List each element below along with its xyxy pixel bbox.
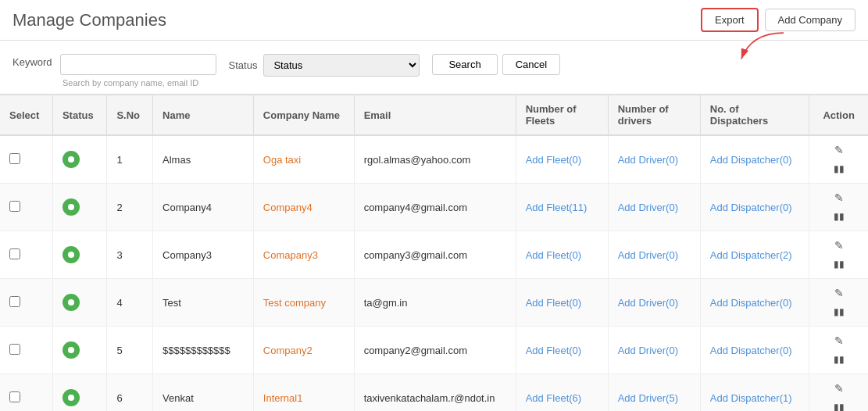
add-fleet-link[interactable]: Add Fleet(0) bbox=[526, 345, 582, 356]
company-name-link[interactable]: Test company bbox=[263, 297, 326, 309]
action-icons: ✎ ▮▮ bbox=[819, 190, 859, 224]
row-fleets-cell: Add Fleet(0) bbox=[516, 279, 608, 327]
add-driver-link[interactable]: Add Driver(0) bbox=[618, 154, 678, 166]
search-bar: Keyword Search by company name, email ID… bbox=[0, 41, 868, 95]
row-checkbox[interactable] bbox=[9, 153, 20, 164]
manage-icon[interactable]: ▮▮ bbox=[831, 161, 847, 177]
row-fleets-cell: Add Fleet(0) bbox=[516, 135, 608, 184]
add-driver-link[interactable]: Add Driver(0) bbox=[618, 202, 678, 213]
add-driver-link[interactable]: Add Driver(0) bbox=[618, 297, 678, 309]
row-drivers-cell: Add Driver(5) bbox=[608, 374, 700, 412]
add-dispatcher-link[interactable]: Add Dispatcher(0) bbox=[710, 345, 792, 356]
keyword-group: Keyword Search by company name, email ID bbox=[13, 52, 216, 88]
row-action-cell: ✎ ▮▮ bbox=[809, 279, 868, 327]
status-select[interactable]: Status Active Inactive bbox=[263, 54, 420, 77]
row-name-cell: Almas bbox=[153, 135, 254, 184]
row-action-cell: ✎ ▮▮ bbox=[809, 135, 868, 184]
company-name-link[interactable]: Internal1 bbox=[263, 392, 303, 404]
row-select-cell bbox=[0, 374, 52, 412]
add-dispatcher-link[interactable]: Add Dispatcher(0) bbox=[710, 154, 792, 166]
search-button[interactable]: Search bbox=[432, 54, 497, 75]
company-name-link[interactable]: Comapany3 bbox=[263, 249, 318, 261]
row-email-cell: company2@gmail.com bbox=[354, 327, 516, 374]
edit-icon[interactable]: ✎ bbox=[831, 285, 847, 301]
table-header-row: Select Status S.No Name Company Name Ema… bbox=[0, 95, 868, 136]
add-dispatcher-link[interactable]: Add Dispatcher(1) bbox=[710, 392, 792, 404]
edit-icon[interactable]: ✎ bbox=[831, 190, 847, 206]
add-fleet-link[interactable]: Add Fleet(0) bbox=[526, 297, 582, 309]
companies-table-container: Select Status S.No Name Company Name Ema… bbox=[0, 95, 868, 411]
status-label: Status bbox=[229, 59, 258, 71]
cancel-button[interactable]: Cancel bbox=[502, 54, 560, 75]
add-company-button[interactable]: Add Company bbox=[765, 9, 855, 31]
row-checkbox[interactable] bbox=[9, 201, 20, 212]
table-row: 6 Venkat Internal1 taxivenkatachalam.r@n… bbox=[0, 374, 868, 412]
add-fleet-link[interactable]: Add Fleet(6) bbox=[526, 392, 582, 404]
col-header-dispatchers: No. of Dispatchers bbox=[700, 95, 809, 136]
row-dispatchers-cell: Add Dispatcher(0) bbox=[700, 279, 809, 327]
add-driver-link[interactable]: Add Driver(5) bbox=[618, 392, 678, 404]
row-company-name-cell: Test company bbox=[253, 279, 354, 327]
row-checkbox[interactable] bbox=[9, 344, 20, 355]
action-icons: ✎ ▮▮ bbox=[819, 285, 859, 320]
company-name-link[interactable]: Oga taxi bbox=[263, 154, 301, 166]
page-title: Manage Companies bbox=[13, 10, 166, 30]
add-fleet-link[interactable]: Add Fleet(0) bbox=[526, 154, 582, 166]
row-email-cell: company3@gmail.com bbox=[354, 231, 516, 279]
row-dispatchers-cell: Add Dispatcher(1) bbox=[700, 374, 809, 412]
keyword-label: Keyword bbox=[13, 52, 52, 73]
header-actions: Export Add Company bbox=[701, 8, 855, 32]
row-checkbox[interactable] bbox=[9, 248, 20, 259]
manage-icon[interactable]: ▮▮ bbox=[831, 304, 847, 320]
row-name-cell: Test bbox=[153, 279, 254, 327]
col-header-action: Action bbox=[809, 95, 868, 136]
table-row: 1 Almas Oga taxi rgol.almas@yahoo.com Ad… bbox=[0, 135, 868, 184]
add-driver-link[interactable]: Add Driver(0) bbox=[618, 249, 678, 261]
row-email-cell: taxivenkatachalam.r@ndot.in bbox=[354, 374, 516, 412]
row-dispatchers-cell: Add Dispatcher(0) bbox=[700, 135, 809, 184]
manage-icon[interactable]: ▮▮ bbox=[831, 209, 847, 224]
export-button[interactable]: Export bbox=[701, 8, 759, 32]
col-header-status: Status bbox=[52, 95, 106, 136]
row-checkbox[interactable] bbox=[9, 391, 20, 402]
row-company-name-cell: Company4 bbox=[253, 184, 354, 231]
col-header-company-name: Company Name bbox=[253, 95, 354, 136]
manage-icon[interactable]: ▮▮ bbox=[831, 399, 847, 411]
add-fleet-link[interactable]: Add Fleet(11) bbox=[526, 202, 588, 213]
manage-icon[interactable]: ▮▮ bbox=[831, 352, 847, 367]
edit-icon[interactable]: ✎ bbox=[831, 381, 847, 396]
row-status-cell bbox=[52, 231, 106, 279]
row-checkbox[interactable] bbox=[9, 296, 20, 307]
row-name-cell: Venkat bbox=[153, 374, 254, 412]
add-dispatcher-link[interactable]: Add Dispatcher(0) bbox=[710, 202, 792, 213]
row-drivers-cell: Add Driver(0) bbox=[608, 135, 700, 184]
row-fleets-cell: Add Fleet(6) bbox=[516, 374, 608, 412]
row-status-cell bbox=[52, 135, 106, 184]
col-header-fleets: Number of Fleets bbox=[516, 95, 608, 136]
row-name-cell: $$$$$$$$$$$$ bbox=[153, 327, 254, 374]
edit-icon[interactable]: ✎ bbox=[831, 333, 847, 348]
row-dispatchers-cell: Add Dispatcher(2) bbox=[700, 231, 809, 279]
edit-icon[interactable]: ✎ bbox=[831, 238, 847, 253]
company-name-link[interactable]: Company4 bbox=[263, 202, 313, 213]
add-driver-link[interactable]: Add Driver(0) bbox=[618, 345, 678, 356]
add-dispatcher-link[interactable]: Add Dispatcher(0) bbox=[710, 297, 792, 309]
company-name-link[interactable]: Company2 bbox=[263, 345, 313, 356]
add-dispatcher-link[interactable]: Add Dispatcher(2) bbox=[710, 249, 792, 261]
action-icons: ✎ ▮▮ bbox=[819, 238, 859, 272]
row-action-cell: ✎ ▮▮ bbox=[809, 231, 868, 279]
col-header-email: Email bbox=[354, 95, 516, 136]
col-header-select: Select bbox=[0, 95, 52, 136]
row-sno-cell: 3 bbox=[107, 231, 153, 279]
row-fleets-cell: Add Fleet(11) bbox=[516, 184, 608, 231]
row-email-cell: company4@gmail.com bbox=[354, 184, 516, 231]
row-status-cell bbox=[52, 184, 106, 231]
table-row: 4 Test Test company ta@gm.in Add Fleet(0… bbox=[0, 279, 868, 327]
row-select-cell bbox=[0, 279, 52, 327]
edit-icon[interactable]: ✎ bbox=[831, 142, 847, 158]
companies-table: Select Status S.No Name Company Name Ema… bbox=[0, 95, 868, 411]
add-fleet-link[interactable]: Add Fleet(0) bbox=[526, 249, 582, 261]
row-dispatchers-cell: Add Dispatcher(0) bbox=[700, 327, 809, 374]
manage-icon[interactable]: ▮▮ bbox=[831, 256, 847, 272]
keyword-input[interactable] bbox=[60, 54, 216, 75]
